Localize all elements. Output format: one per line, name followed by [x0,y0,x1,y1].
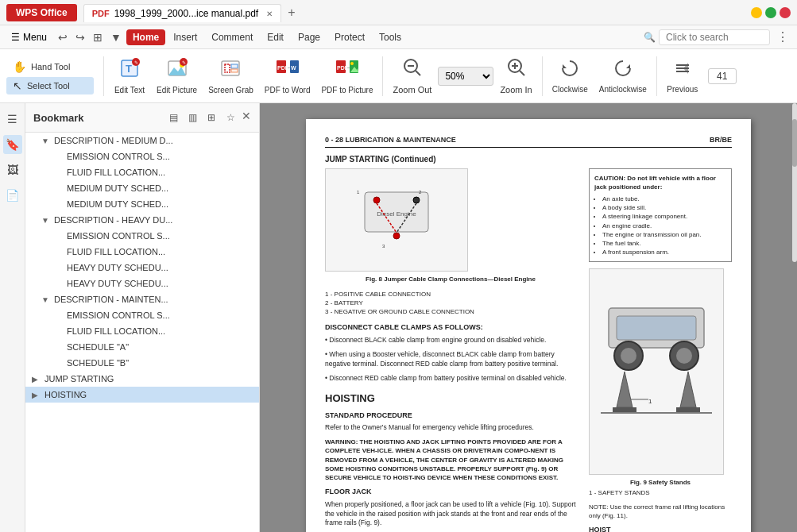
tree-toggle-0[interactable]: ▼ [41,137,51,145]
tree-item-8[interactable]: HEAVY DUTY SCHEDU... [25,260,259,276]
tree-toggle-5[interactable]: ▼ [41,216,51,225]
previous-button[interactable]: Previous [662,55,703,98]
zoom-out-icon [402,57,423,82]
edit-picture-button[interactable]: ✎ Edit Picture [152,54,202,98]
tree-item-2[interactable]: FLUID FILL LOCATION... [25,164,259,180]
separator-2 [382,56,383,96]
tree-toggle-13 [54,343,64,352]
caution-item-4: An engine cradle. [602,222,726,230]
zoom-in-icon [506,57,527,82]
sidebar-icon-1[interactable]: ▤ [165,110,181,125]
hand-tool-button[interactable]: ✋ Hand Tool [6,58,94,75]
anticlockwise-button[interactable]: Anticlockwise [594,55,652,98]
zoom-in-button[interactable]: Zoom In [495,54,536,98]
clockwise-button[interactable]: Clockwise [547,55,593,98]
menu-edit[interactable]: Edit [261,29,290,45]
sidebar-scrollbar-thumb[interactable] [792,119,797,167]
tree-toggle-15[interactable]: ▶ [32,375,41,384]
edit-text-button[interactable]: T ✎ Edit Text [109,54,150,98]
floor-jack-text: When properly positioned, a floor jack c… [325,500,576,529]
tree-item-10[interactable]: ▼ DESCRIPTION - MAINTEN... [25,291,259,307]
tree-label-8: HEAVY DUTY SCHEDU... [67,263,168,272]
search-input[interactable] [659,29,770,45]
left-panel-icon-menu[interactable]: ☰ [3,110,22,129]
tree-item-0[interactable]: ▼ DESCRIPTION - MEDIUM D... [25,133,259,148]
expand-button[interactable]: ▼ [107,29,125,45]
menu-tools[interactable]: Tools [373,29,408,45]
fig8-note3: 3 - NEGATIVE OR GROUND CABLE CONNECTION [325,307,576,316]
sidebar-icon-3[interactable]: ⊞ [203,110,219,125]
screen-grab-button[interactable]: Screen Grab [203,54,258,98]
tree-toggle-16[interactable]: ▶ [32,391,41,399]
tree-toggle-10[interactable]: ▼ [41,295,51,304]
minimize-button[interactable] [751,7,762,18]
maximize-button[interactable] [765,7,776,18]
close-button[interactable] [780,7,791,18]
tree-item-11[interactable]: EMISSION CONTROL S... [25,307,259,323]
doc-body: Diesel Engine 1 2 3 Fig. 8 Jumper Cable … [325,168,732,532]
tree-item-16[interactable]: ▶ HOISTING [25,387,259,403]
wps-logo[interactable]: WPS Office [6,4,77,21]
doc-header-right: BR/BE [710,135,732,145]
menu-protect[interactable]: Protect [328,29,371,45]
svg-point-40 [413,197,420,203]
tab-close-button[interactable]: ✕ [266,10,273,18]
menu-comment[interactable]: Comment [205,29,259,45]
tree-label-12: FLUID FILL LOCATION... [67,326,165,336]
left-panel-icon-pages[interactable]: 📄 [3,186,22,205]
svg-text:✎: ✎ [182,60,186,65]
menu-hamburger-button[interactable]: ☰ Menu [5,29,53,45]
tree-item-13[interactable]: SCHEDULE "A" [25,339,259,355]
tree-toggle-8 [54,264,64,272]
select-tool-button[interactable]: ↖ Select Tool [6,77,94,94]
redo-button[interactable]: ↪ [72,29,88,45]
hoisting-title: HOISTING [325,391,576,406]
sidebar-icon-4[interactable]: ☆ [222,110,238,125]
page-number-input[interactable] [708,68,737,84]
tree-item-5[interactable]: ▼ DESCRIPTION - HEAVY DU... [25,212,259,228]
tree-item-6[interactable]: EMISSION CONTROL S... [25,228,259,244]
sidebar-close-button[interactable]: ✕ [242,110,251,125]
tree-item-15[interactable]: ▶ JUMP STARTING [25,371,259,387]
sidebar-icon-2[interactable]: ▥ [184,110,200,125]
view-mode-button[interactable]: ⊞ [90,29,106,45]
pdf-to-picture-button[interactable]: PDF → PDF to Picture [316,54,377,98]
add-tab-button[interactable]: + [288,6,295,20]
zoom-out-button[interactable]: Zoom Out [388,54,436,98]
menu-home[interactable]: Home [126,29,165,45]
tree-item-9[interactable]: HEAVY DUTY SCHEDU... [25,276,259,291]
sidebar-icon-group: ▤ ▥ ⊞ ☆ ✕ [165,110,251,125]
doc-header-left: 0 - 28 LUBRICATION & MAINTENANCE [325,135,456,145]
svg-rect-54 [613,407,636,412]
svg-marker-32 [626,64,630,68]
menu-page[interactable]: Page [292,29,327,45]
menu-insert[interactable]: Insert [167,29,203,45]
tree-label-9: HEAVY DUTY SCHEDU... [67,279,168,288]
undo-button[interactable]: ↩ [55,29,71,45]
tree-label-6: EMISSION CONTROL S... [67,231,170,241]
tree-item-4[interactable]: MEDIUM DUTY SCHED... [25,196,259,212]
caution-text: CAUTION: Do not lift vehicle with a floo… [594,174,726,191]
pdf-to-word-button[interactable]: PDF → W PDF to Word [260,54,315,98]
tree-item-3[interactable]: MEDIUM DUTY SCHED... [25,180,259,196]
tree-item-12[interactable]: FLUID FILL LOCATION... [25,323,259,339]
tree-toggle-3 [54,184,64,193]
svg-line-26 [416,71,420,75]
tree-item-14[interactable]: SCHEDULE "B" [25,355,259,371]
search-box: 🔍 ⋮ [644,28,792,46]
fig8-svg: Diesel Engine 1 2 3 [333,176,460,264]
sidebar-scrollbar[interactable] [792,103,797,262]
separator-3 [542,56,543,96]
svg-text:3: 3 [382,244,385,249]
zoom-select[interactable]: 50% 75% 100% 125% 150% [438,67,493,86]
tree-toggle-1 [54,152,64,161]
tree-item-7[interactable]: FLUID FILL LOCATION... [25,244,259,260]
left-panel: ☰ 🔖 🖼 📄 [0,103,25,532]
left-panel-icon-bookmark[interactable]: 🔖 [3,135,22,154]
tree-item-1[interactable]: EMISSION CONTROL S... [25,148,259,164]
more-options-button[interactable]: ⋮ [773,28,792,46]
doc-fig8-notes: 1 - POSITIVE CABLE CONNECTION 2 - BATTER… [325,290,576,317]
left-panel-icon-image[interactable]: 🖼 [3,160,22,179]
active-tab[interactable]: PDF 1998_1999_2000...ice manual.pdf ✕ [83,4,281,22]
doc-fig9-box: 1 [589,268,724,475]
